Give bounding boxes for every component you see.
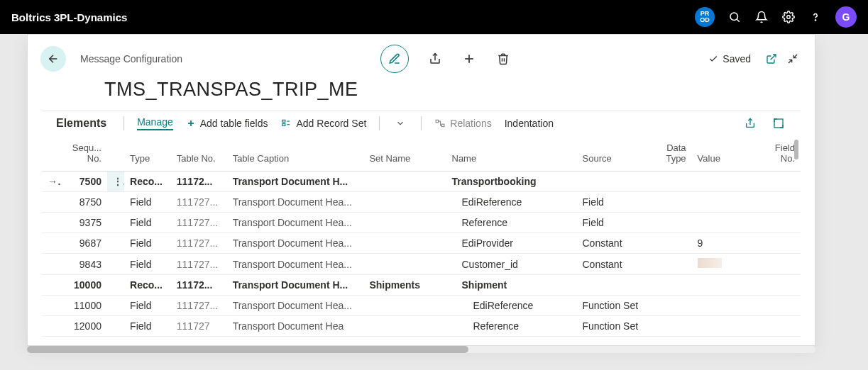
new-icon[interactable] — [461, 51, 477, 67]
cell-value[interactable]: 9 — [692, 233, 767, 254]
cell-seq[interactable]: 9375 — [62, 213, 107, 233]
cell-seq[interactable]: 9687 — [62, 233, 107, 254]
cell-data-type[interactable] — [649, 172, 691, 192]
vertical-scrollbar[interactable] — [792, 138, 799, 337]
cell-name[interactable]: EdiReference — [446, 192, 577, 213]
cell-set-name[interactable] — [363, 254, 446, 275]
cell-value[interactable] — [692, 316, 767, 337]
cell-type[interactable]: Field — [124, 296, 171, 316]
cell-seq[interactable]: 7500 — [62, 172, 107, 192]
notifications-icon[interactable] — [754, 10, 769, 24]
back-button[interactable] — [40, 46, 66, 72]
col-set-name[interactable]: Set Name — [363, 138, 446, 172]
col-table-caption[interactable]: Table Caption — [227, 138, 364, 172]
col-name[interactable]: Name — [446, 138, 577, 172]
cell-table-no[interactable]: 111727... — [171, 213, 227, 233]
cell-seq[interactable]: 12000 — [62, 316, 107, 337]
cell-source[interactable] — [577, 275, 650, 296]
share-icon[interactable] — [427, 51, 443, 67]
cell-seq[interactable]: 11000 — [62, 296, 107, 316]
table-row[interactable]: 10000Reco...11172...Transport Document H… — [42, 275, 801, 296]
table-row[interactable]: 12000Field111727Transport Document HeaRe… — [42, 316, 801, 337]
cell-name[interactable]: Reference — [446, 316, 577, 337]
cell-data-type[interactable] — [649, 275, 691, 296]
col-source[interactable]: Source — [577, 138, 650, 172]
cell-data-type[interactable] — [649, 316, 691, 337]
cell-type[interactable]: Field — [124, 254, 171, 275]
indentation-button[interactable]: Indentation — [505, 118, 554, 129]
cell-table-no[interactable]: 111727... — [171, 233, 227, 254]
cell-table-no[interactable]: 11172... — [171, 172, 227, 192]
cell-seq[interactable]: 9843 — [62, 254, 107, 275]
table-row[interactable]: 9687Field111727...Transport Document Hea… — [42, 233, 801, 254]
edit-button[interactable] — [380, 45, 409, 73]
delete-icon[interactable] — [495, 51, 511, 67]
cell-value[interactable] — [692, 254, 767, 275]
cell-table-no[interactable]: 111727... — [171, 254, 227, 275]
cell-source[interactable]: Constant — [577, 254, 650, 275]
cell-name[interactable]: Customer_id — [446, 254, 577, 275]
cell-data-type[interactable] — [649, 213, 691, 233]
help-icon[interactable] — [808, 10, 823, 24]
cell-data-type[interactable] — [649, 233, 691, 254]
table-row[interactable]: 11000Field111727...Transport Document He… — [42, 296, 801, 316]
cell-type[interactable]: Field — [124, 213, 171, 233]
chevron-down-icon[interactable] — [392, 116, 408, 131]
cell-set-name[interactable] — [363, 192, 446, 213]
table-row[interactable]: 9843Field111727...Transport Document Hea… — [42, 254, 801, 275]
cell-name[interactable]: Reference — [446, 213, 577, 233]
col-value[interactable]: Value — [692, 138, 767, 172]
cell-set-name[interactable]: Shipments — [363, 275, 446, 296]
environment-badge[interactable]: PR OD — [695, 7, 715, 27]
cell-value[interactable] — [692, 192, 767, 213]
cell-source[interactable]: Field — [577, 192, 650, 213]
cell-source[interactable] — [577, 172, 650, 192]
cell-data-type[interactable] — [649, 296, 691, 316]
cell-value[interactable] — [692, 213, 767, 233]
col-table-no[interactable]: Table No. — [171, 138, 227, 172]
cell-table-caption[interactable]: Transport Document Hea... — [227, 192, 364, 213]
cell-table-caption[interactable]: Transport Document Hea — [227, 316, 364, 337]
popout-icon[interactable] — [764, 51, 779, 67]
cell-set-name[interactable] — [363, 316, 446, 337]
cell-value[interactable] — [692, 296, 767, 316]
cell-source[interactable]: Constant — [577, 233, 650, 254]
search-icon[interactable] — [727, 10, 742, 24]
cell-type[interactable]: Field — [124, 316, 171, 337]
cell-table-caption[interactable]: Transport Document Hea... — [227, 213, 364, 233]
cell-table-no[interactable]: 111727... — [171, 192, 227, 213]
user-avatar[interactable]: G — [835, 6, 857, 28]
add-record-set-button[interactable]: Add Record Set — [280, 118, 366, 129]
cell-value[interactable] — [692, 172, 767, 192]
table-row[interactable]: →7500⋮Reco...11172...Transport Document … — [42, 172, 801, 192]
cell-table-caption[interactable]: Transport Document Hea... — [227, 233, 364, 254]
expand-list-icon[interactable] — [771, 116, 786, 131]
cell-name[interactable]: EdiProvider — [446, 233, 577, 254]
table-row[interactable]: 8750Field111727...Transport Document Hea… — [42, 192, 801, 213]
horizontal-scrollbar[interactable] — [27, 346, 815, 356]
cell-set-name[interactable] — [363, 233, 446, 254]
table-row[interactable]: 9375Field111727...Transport Document Hea… — [42, 213, 801, 233]
share-list-icon[interactable] — [742, 116, 758, 131]
cell-name[interactable]: EdiReference — [446, 296, 577, 316]
cell-type[interactable]: Field — [124, 192, 171, 213]
cell-data-type[interactable] — [649, 192, 691, 213]
cell-seq[interactable]: 8750 — [62, 192, 107, 213]
relations-button[interactable]: Relations — [434, 118, 491, 129]
cell-table-caption[interactable]: Transport Document Hea... — [227, 254, 364, 275]
cell-value[interactable] — [692, 275, 767, 296]
cell-table-caption[interactable]: Transport Document H... — [227, 275, 364, 296]
collapse-icon[interactable] — [785, 51, 801, 67]
col-type[interactable]: Type — [124, 138, 171, 172]
cell-type[interactable]: Reco... — [124, 172, 171, 192]
cell-type[interactable]: Field — [124, 233, 171, 254]
cell-table-caption[interactable]: Transport Document H... — [227, 172, 364, 192]
cell-table-no[interactable]: 11172... — [171, 275, 227, 296]
cell-name[interactable]: Shipment — [446, 275, 577, 296]
cell-set-name[interactable] — [363, 213, 446, 233]
cell-source[interactable]: Field — [577, 213, 650, 233]
cell-type[interactable]: Reco... — [124, 275, 171, 296]
add-table-fields-button[interactable]: Add table fields — [186, 118, 268, 129]
cell-seq[interactable]: 10000 — [62, 275, 107, 296]
cell-set-name[interactable] — [363, 172, 446, 192]
